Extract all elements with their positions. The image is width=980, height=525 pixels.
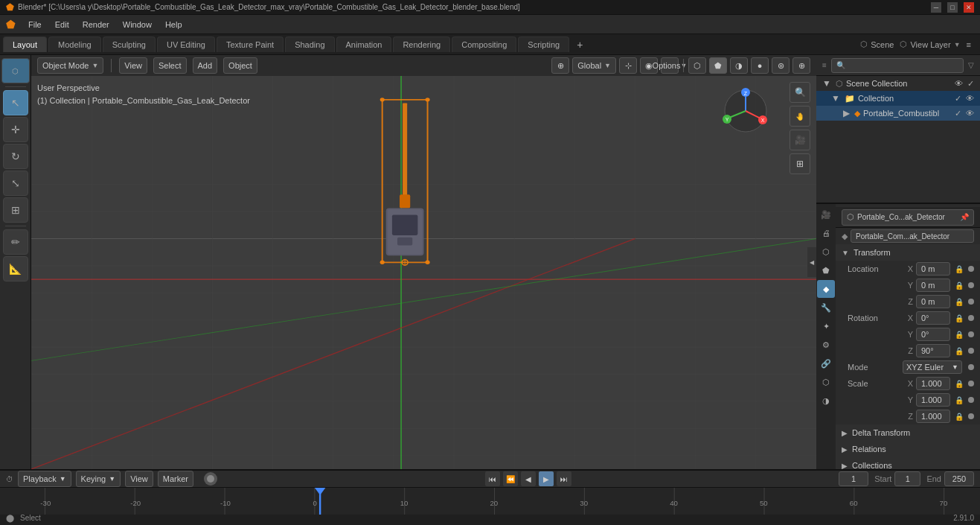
rotation-z-input[interactable]: 90°: [916, 344, 950, 357]
location-x-input[interactable]: 0 m: [916, 262, 950, 276]
shading-material-btn[interactable]: ◑: [730, 57, 748, 74]
options-btn[interactable]: Options ▼: [661, 57, 679, 74]
collection-row[interactable]: ▼ 📁 Collection ✓ 👁: [816, 91, 980, 106]
minimize-button[interactable]: ─: [931, 2, 941, 13]
global-transform-btn[interactable]: Global ▼: [572, 57, 616, 74]
scene-check-icon[interactable]: ✓: [967, 79, 974, 89]
transform-tool-button[interactable]: ⊞: [3, 197, 28, 223]
menu-window[interactable]: Window: [117, 19, 158, 31]
panel-collapse-arrow[interactable]: ◀: [807, 247, 816, 277]
measure-tool-button[interactable]: 📐: [3, 256, 28, 281]
add-menu-btn[interactable]: Add: [193, 57, 218, 74]
zoom-out-button[interactable]: 🤚: [790, 106, 810, 127]
view-layer-selector[interactable]: ⬡ View Layer ▼: [900, 39, 960, 49]
tab-sculpting[interactable]: Sculpting: [103, 36, 156, 52]
rotation-y-lock[interactable]: 🔒: [955, 331, 964, 339]
view-layer-props-tab[interactable]: ⬡: [817, 243, 835, 261]
rotation-x-lock[interactable]: 🔒: [955, 314, 964, 322]
marker-menu-btn[interactable]: Marker: [158, 471, 193, 487]
location-z-keyframe[interactable]: [968, 299, 974, 305]
scene-selector[interactable]: ⬡ Scene: [860, 39, 894, 49]
object-menu-btn[interactable]: Object: [223, 57, 257, 74]
location-y-keyframe[interactable]: [968, 282, 974, 288]
play-button[interactable]: ▶: [539, 471, 554, 486]
view-menu-btn[interactable]: View: [119, 57, 147, 74]
scale-z-lock[interactable]: 🔒: [955, 413, 964, 421]
prev-keyframe-button[interactable]: ⏪: [503, 471, 518, 486]
menu-file[interactable]: File: [22, 19, 48, 31]
location-x-keyframe[interactable]: [968, 266, 974, 272]
menu-help[interactable]: Help: [159, 19, 188, 31]
material-props-tab[interactable]: ◑: [817, 392, 835, 410]
location-y-input[interactable]: 0 m: [916, 279, 950, 292]
rotation-z-lock[interactable]: 🔒: [955, 347, 964, 355]
gizmo-btn[interactable]: ⊕: [792, 57, 810, 74]
rotation-mode-selector[interactable]: XYZ Euler ▼: [903, 360, 962, 374]
collection-visibility-icon[interactable]: ✓: [955, 94, 961, 104]
scale-x-keyframe[interactable]: [968, 381, 974, 386]
select-tool-button[interactable]: ↖: [3, 90, 28, 115]
jump-start-button[interactable]: ⏮: [485, 471, 500, 486]
scale-x-input[interactable]: 1.000: [916, 377, 950, 390]
add-workspace-button[interactable]: +: [571, 36, 589, 54]
jump-end-button[interactable]: ⏭: [557, 471, 571, 486]
menu-render[interactable]: Render: [77, 19, 115, 31]
object-props-tab[interactable]: ◆: [817, 280, 835, 298]
location-x-lock[interactable]: 🔒: [955, 265, 964, 273]
relations-section[interactable]: ▶ Relations: [836, 441, 980, 457]
collections-section[interactable]: ▶ Collections: [836, 457, 980, 469]
object-row[interactable]: ▶ ◆ Portable_Combustibl ✓ 👁: [816, 106, 980, 121]
rotation-x-input[interactable]: 0°: [916, 311, 950, 325]
object-mode-selector[interactable]: Object Mode ▼: [37, 57, 103, 74]
close-button[interactable]: ✕: [964, 2, 974, 13]
mode-selector[interactable]: ⬡: [1, 58, 30, 83]
maximize-button[interactable]: □: [947, 2, 958, 13]
scene-collection-row[interactable]: ▼ ⬡ Scene Collection 👁 ✓: [816, 76, 980, 91]
rotation-x-keyframe[interactable]: [968, 315, 974, 321]
rotate-tool-button[interactable]: ↻: [3, 144, 28, 169]
scene-visibility-icon[interactable]: 👁: [955, 79, 963, 88]
tab-animation[interactable]: Animation: [336, 36, 392, 52]
annotate-tool-button[interactable]: ✏: [3, 229, 28, 255]
data-props-tab[interactable]: ⬡: [817, 373, 835, 391]
delta-transform-section[interactable]: ▶ Delta Transform: [836, 424, 980, 441]
rotation-z-keyframe[interactable]: [968, 348, 974, 354]
play-reverse-button[interactable]: ◀: [521, 471, 536, 486]
select-menu-btn[interactable]: Select: [153, 57, 187, 74]
outliner-filter-icon[interactable]: ▽: [968, 61, 974, 69]
tab-layout[interactable]: Layout: [3, 36, 47, 52]
grid-view-button[interactable]: ⊞: [790, 153, 810, 174]
outliner-search[interactable]: 🔍: [831, 58, 964, 73]
scale-z-input[interactable]: 1.000: [916, 410, 950, 423]
tab-uv-editing[interactable]: UV Editing: [157, 36, 215, 52]
tab-shading[interactable]: Shading: [285, 36, 334, 52]
playback-menu-btn[interactable]: Playback ▼: [18, 471, 71, 487]
rotation-y-keyframe[interactable]: [968, 331, 974, 337]
collection-check-icon[interactable]: 👁: [966, 94, 974, 103]
particles-props-tab[interactable]: ✦: [817, 317, 835, 335]
location-z-input[interactable]: 0 m: [916, 295, 950, 308]
location-z-lock[interactable]: 🔒: [955, 298, 964, 306]
move-tool-button[interactable]: ✛: [3, 117, 28, 142]
scene-props-tab[interactable]: ⬟: [817, 261, 835, 279]
camera-view-button[interactable]: 🎥: [790, 130, 810, 150]
tab-rendering[interactable]: Rendering: [393, 36, 450, 52]
viewport-3d[interactable]: Object Mode ▼ View Select Add Object ⊕: [31, 55, 816, 469]
start-frame-input[interactable]: 1: [894, 471, 920, 486]
overlay-btn[interactable]: ⊛: [772, 57, 790, 74]
menu-edit[interactable]: Edit: [49, 19, 75, 31]
tab-modeling[interactable]: Modeling: [48, 36, 101, 52]
timeline-view-btn[interactable]: View: [125, 471, 153, 487]
mode-keyframe[interactable]: [968, 364, 974, 370]
scale-y-input[interactable]: 1.000: [916, 393, 950, 407]
viewport-gizmo[interactable]: Z X Y: [720, 85, 772, 137]
modifier-props-tab[interactable]: 🔧: [817, 299, 835, 316]
location-y-lock[interactable]: 🔒: [955, 281, 964, 290]
render-props-tab[interactable]: 🎥: [817, 206, 835, 223]
shading-solid-btn[interactable]: ⬟: [709, 57, 727, 74]
transform-orientation-selector[interactable]: ⊕: [551, 57, 569, 74]
shading-render-btn[interactable]: ●: [751, 57, 769, 74]
constraints-props-tab[interactable]: 🔗: [817, 354, 835, 372]
tab-texture-paint[interactable]: Texture Paint: [217, 36, 284, 52]
scale-z-keyframe[interactable]: [968, 413, 974, 419]
